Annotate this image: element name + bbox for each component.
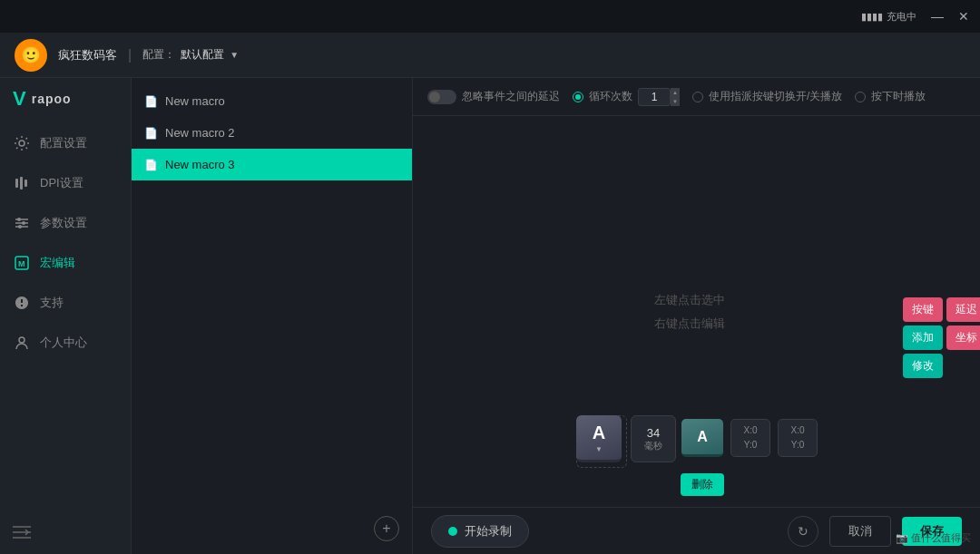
coord-card-1[interactable]: X:0 Y:0 — [730, 419, 770, 457]
dpi-icon — [13, 174, 31, 192]
sidebar-item-profile[interactable]: 个人中心 — [0, 323, 131, 363]
refresh-icon: ↻ — [798, 524, 808, 539]
key-card-main[interactable]: A ▼ — [576, 415, 622, 462]
profile-icon — [13, 334, 31, 352]
add-macro-button[interactable]: + — [374, 516, 399, 541]
key-card-arrow: ▼ — [595, 445, 603, 453]
coord2-x: X:0 — [790, 423, 804, 438]
loop-radio-dot[interactable] — [573, 92, 583, 102]
macro-item-label-1: New macro — [165, 94, 225, 108]
coord-card-2[interactable]: X:0 Y:0 — [778, 419, 818, 457]
loop-count-up[interactable]: ▲ — [671, 88, 680, 97]
svg-text:M: M — [18, 259, 25, 268]
battery-status: ▮▮▮▮ 充电中 — [861, 10, 916, 24]
record-label: 开始录制 — [465, 523, 512, 539]
context-popup: 按键 延迟 添加 坐标 修改 — [903, 297, 980, 382]
battery-icon: ▮▮▮▮ — [861, 11, 883, 23]
macro-item-3[interactable]: 📄 New macro 3 — [132, 149, 412, 180]
time-value: 34 — [647, 426, 660, 440]
settings-icon — [13, 134, 31, 152]
loop-count-value: 1 — [652, 91, 658, 103]
header-separator: | — [128, 47, 132, 63]
press-play-label: 按下时播放 — [871, 89, 926, 104]
time-card[interactable]: 34 毫秒 — [631, 415, 676, 462]
sidebar: V rapoo 配置设置 DPI设置 — [0, 78, 132, 554]
press-play-radio[interactable]: 按下时播放 — [855, 89, 926, 104]
sidebar-label-dpi: DPI设置 — [40, 175, 83, 191]
macro-icon: M — [13, 254, 31, 272]
popup-add-btn[interactable]: 添加 — [903, 326, 943, 350]
sidebar-item-macro[interactable]: M 宏编辑 — [0, 243, 131, 283]
popup-row-1: 按键 延迟 — [903, 297, 980, 322]
svg-point-0 — [19, 141, 24, 146]
loop-count-radio[interactable]: 循环次数 1 ▲ ▼ — [573, 88, 680, 106]
loop-count-down[interactable]: ▼ — [671, 97, 680, 106]
sidebar-label-profile: 个人中心 — [40, 335, 87, 351]
avatar-emoji: 🙂 — [21, 45, 41, 65]
macro-list-panel: 📄 New macro 📄 New macro 2 📄 New macro 3 … — [132, 78, 413, 554]
macro-item-2[interactable]: 📄 New macro 2 — [132, 117, 412, 149]
ignore-delay-toggle[interactable]: 忽略事件之间的延迟 — [427, 89, 560, 104]
macro-file-icon-1: 📄 — [144, 95, 158, 108]
svg-point-8 — [22, 221, 25, 225]
loop-count-input[interactable]: 1 — [638, 88, 671, 106]
assign-key-radio[interactable]: 使用指派按键切换开/关播放 — [692, 89, 842, 104]
key-card-label: A — [593, 423, 605, 443]
record-dot-icon — [448, 527, 457, 536]
press-play-radio-dot[interactable] — [855, 92, 866, 102]
params-icon — [13, 214, 31, 232]
minimize-button[interactable]: — — [931, 10, 944, 23]
assign-key-radio-dot[interactable] — [692, 92, 703, 102]
coord1-y: Y:0 — [744, 438, 757, 452]
sidebar-item-support[interactable]: 支持 — [0, 283, 131, 323]
sidebar-item-dpi[interactable]: DPI设置 — [0, 163, 131, 203]
key-card-teal[interactable]: A — [681, 419, 723, 457]
battery-label: 充电中 — [887, 10, 916, 24]
sidebar-item-settings[interactable]: 配置设置 — [0, 123, 131, 163]
macro-item-label-2: New macro 2 — [165, 126, 235, 140]
chevron-down-icon[interactable]: ▼ — [230, 50, 239, 60]
svg-rect-1 — [15, 179, 18, 188]
time-unit: 毫秒 — [644, 440, 662, 452]
titlebar-controls: ▮▮▮▮ 充电中 — ✕ — [861, 10, 969, 24]
macro-item-1[interactable]: 📄 New macro — [132, 85, 412, 117]
add-icon: + — [382, 520, 390, 537]
logo: V rapoo — [0, 87, 131, 123]
titlebar-logo-area — [0, 0, 9, 33]
canvas-hint: 左键点击选中 右键点击编辑 — [654, 288, 725, 335]
config-label: 配置： — [142, 47, 175, 63]
key-card-teal-label: A — [697, 429, 708, 445]
header: 🙂 疯狂数码客 | 配置： 默认配置 ▼ — [0, 33, 980, 78]
loop-count-label: 循环次数 — [589, 89, 632, 104]
watermark-icon: 📷 — [896, 532, 908, 543]
config-section[interactable]: 配置： 默认配置 ▼ — [142, 47, 239, 63]
sidebar-label-macro: 宏编辑 — [40, 255, 75, 271]
main-content: 📄 New macro 📄 New macro 2 📄 New macro 3 … — [132, 78, 980, 554]
avatar: 🙂 — [15, 39, 47, 72]
hint-line1: 左键点击选中 — [654, 288, 725, 312]
username: 疯狂数码客 — [58, 47, 117, 63]
popup-coord-btn[interactable]: 坐标 — [946, 326, 980, 350]
logo-v-icon: V — [13, 87, 26, 111]
loop-count-spinners: ▲ ▼ — [671, 88, 680, 106]
popup-delay-btn[interactable]: 延迟 — [946, 297, 980, 322]
cancel-button[interactable]: 取消 — [829, 516, 891, 547]
editor-bottom: 开始录制 ↻ 取消 保存 — [413, 507, 980, 554]
ignore-delay-switch[interactable] — [427, 90, 456, 104]
svg-rect-3 — [24, 180, 27, 187]
logo-text: rapoo — [32, 92, 72, 106]
svg-point-12 — [19, 337, 24, 343]
record-button[interactable]: 开始录制 — [431, 515, 529, 548]
editor-canvas: 左键点击选中 右键点击编辑 A ▼ 34 毫秒 A X:0 Y:0 — [413, 116, 980, 507]
popup-key-btn[interactable]: 按键 — [903, 297, 943, 322]
sidebar-collapse-btn[interactable] — [0, 514, 131, 554]
editor-panel: 忽略事件之间的延迟 循环次数 1 ▲ ▼ 使用指派按键切换开/关播放 — [413, 78, 980, 554]
macro-list: 📄 New macro 📄 New macro 2 📄 New macro 3 — [132, 78, 412, 554]
coord1-x: X:0 — [743, 423, 757, 438]
config-value: 默认配置 — [181, 47, 224, 63]
sidebar-item-params[interactable]: 参数设置 — [0, 203, 131, 243]
popup-modify-btn[interactable]: 修改 — [903, 354, 943, 378]
refresh-button[interactable]: ↻ — [788, 516, 818, 547]
delete-button[interactable]: 删除 — [681, 473, 724, 496]
close-button[interactable]: ✕ — [958, 10, 969, 23]
